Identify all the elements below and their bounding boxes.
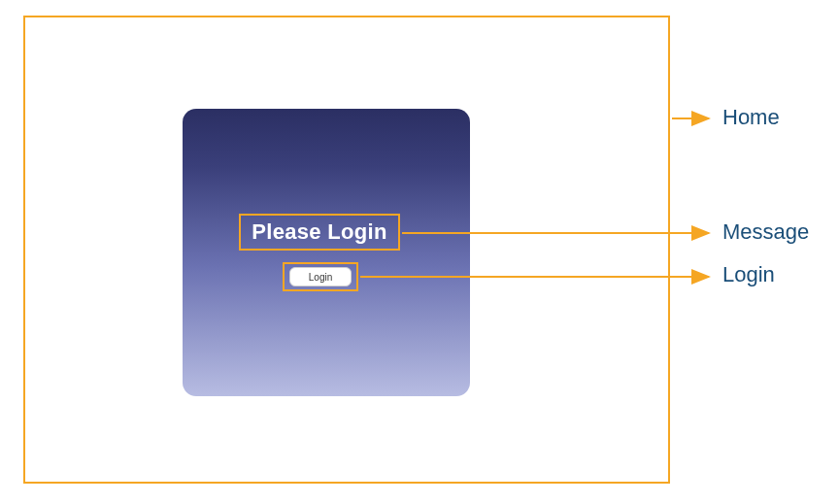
label-home: Home [722,105,780,130]
label-message: Message [722,219,809,245]
login-button-label: Login [309,272,332,283]
login-button[interactable]: Login [289,267,352,286]
login-card [183,109,470,396]
label-login: Login [722,262,775,287]
message-highlight-box: Please Login [239,214,400,251]
login-message-text: Please Login [252,219,386,245]
login-button-highlight-box: Login [283,262,358,291]
